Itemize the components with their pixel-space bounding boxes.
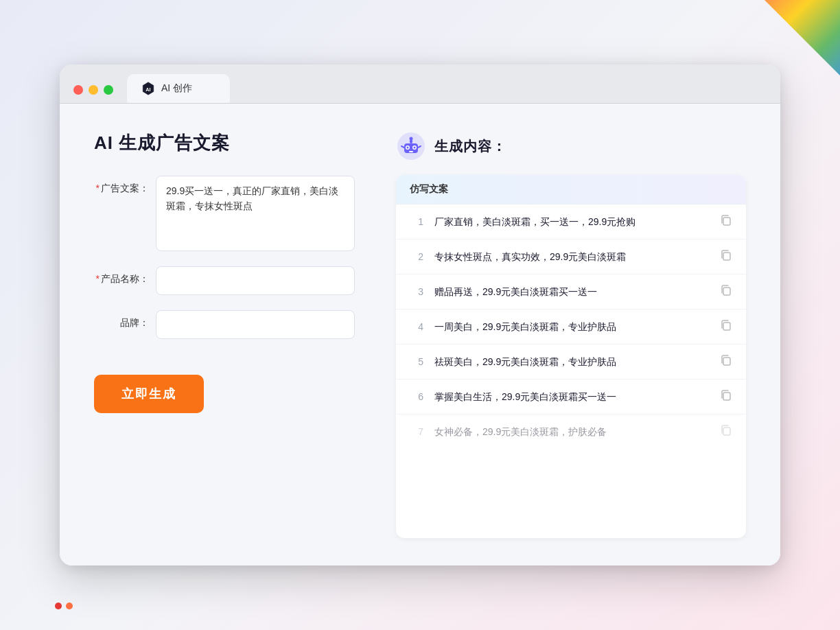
form-group-ad-copy: *广告文案： 29.9买一送一，真正的厂家直销，美白淡斑霜，专抹女性斑点	[94, 176, 355, 251]
copy-icon[interactable]	[720, 319, 732, 334]
svg-rect-16	[723, 358, 730, 365]
copy-icon[interactable]	[720, 354, 732, 369]
result-number: 1	[410, 216, 423, 227]
copy-icon[interactable]	[720, 424, 732, 439]
result-text: 专抹女性斑点，真实功效，29.9元美白淡斑霜	[434, 250, 709, 264]
result-number: 2	[410, 251, 423, 262]
copy-icon[interactable]	[720, 284, 732, 299]
result-item: 1厂家直销，美白淡斑霜，买一送一，29.9元抢购	[396, 205, 746, 240]
browser-content: AI 生成广告文案 *广告文案： 29.9买一送一，真正的厂家直销，美白淡斑霜，…	[60, 104, 780, 565]
ai-tab-icon: AI	[141, 81, 156, 96]
close-button[interactable]	[73, 85, 83, 95]
result-container: 仿写文案 1厂家直销，美白淡斑霜，买一送一，29.9元抢购 2专抹女性斑点，真实…	[396, 175, 746, 538]
svg-point-9	[410, 137, 413, 141]
result-number: 7	[410, 426, 423, 437]
result-text: 掌握美白生活，29.9元美白淡斑霜买一送一	[434, 390, 709, 404]
result-item: 7女神必备，29.9元美白淡斑霜，护肤必备	[396, 415, 746, 449]
right-panel-title: 生成内容：	[434, 137, 506, 156]
svg-rect-17	[723, 393, 730, 400]
svg-rect-18	[723, 428, 730, 435]
tab-label: AI 创作	[161, 82, 192, 95]
result-header: 仿写文案	[396, 175, 746, 205]
browser-chrome: AI AI 创作	[60, 65, 780, 104]
required-mark-2: *	[96, 273, 100, 284]
result-number: 4	[410, 321, 423, 332]
svg-rect-7	[409, 151, 413, 152]
result-list: 1厂家直销，美白淡斑霜，买一送一，29.9元抢购 2专抹女性斑点，真实功效，29…	[396, 205, 746, 449]
result-item: 2专抹女性斑点，真实功效，29.9元美白淡斑霜	[396, 240, 746, 275]
window-controls	[73, 85, 113, 95]
minimize-button[interactable]	[89, 85, 98, 95]
dot-orange	[66, 603, 73, 609]
page-title: AI 生成广告文案	[94, 131, 355, 155]
result-number: 6	[410, 391, 423, 402]
svg-point-5	[407, 147, 409, 149]
copy-icon[interactable]	[720, 249, 732, 264]
generate-button[interactable]: 立即生成	[94, 375, 204, 413]
ad-copy-textarea[interactable]: 29.9买一送一，真正的厂家直销，美白淡斑霜，专抹女性斑点	[156, 176, 355, 251]
dot-red	[55, 603, 62, 609]
copy-icon[interactable]	[720, 389, 732, 404]
svg-rect-14	[723, 288, 730, 295]
form-group-product-name: *产品名称： 美白淡斑霜	[94, 266, 355, 295]
browser-window: AI AI 创作 AI 生成广告文案 *广告文案： 29.9买一送一，真正的厂家…	[60, 65, 780, 565]
result-item: 3赠品再送，29.9元美白淡斑霜买一送一	[396, 275, 746, 310]
result-text: 赠品再送，29.9元美白淡斑霜买一送一	[434, 285, 709, 299]
svg-point-6	[414, 147, 416, 149]
ad-copy-label: *广告文案：	[94, 176, 149, 195]
form-group-brand: 品牌： 好白	[94, 310, 355, 339]
result-item: 4一周美白，29.9元美白淡斑霜，专业护肤品	[396, 310, 746, 345]
result-item: 5祛斑美白，29.9元美白淡斑霜，专业护肤品	[396, 345, 746, 380]
product-name-input[interactable]: 美白淡斑霜	[156, 266, 355, 295]
result-text: 厂家直销，美白淡斑霜，买一送一，29.9元抢购	[434, 215, 709, 229]
required-mark-1: *	[96, 183, 100, 194]
svg-rect-12	[723, 218, 730, 225]
brand-label: 品牌：	[94, 310, 149, 329]
result-text: 一周美白，29.9元美白淡斑霜，专业护肤品	[434, 320, 709, 334]
result-text: 祛斑美白，29.9元美白淡斑霜，专业护肤品	[434, 355, 709, 369]
result-number: 5	[410, 356, 423, 367]
product-name-label: *产品名称：	[94, 266, 149, 285]
svg-rect-15	[723, 323, 730, 330]
result-item: 6掌握美白生活，29.9元美白淡斑霜买一送一	[396, 380, 746, 415]
svg-text:AI: AI	[145, 86, 150, 93]
copy-icon[interactable]	[720, 214, 732, 229]
result-text: 女神必备，29.9元美白淡斑霜，护肤必备	[434, 425, 709, 439]
result-number: 3	[410, 286, 423, 297]
decorative-dots	[55, 603, 73, 609]
right-header: 生成内容：	[396, 131, 746, 161]
left-panel: AI 生成广告文案 *广告文案： 29.9买一送一，真正的厂家直销，美白淡斑霜，…	[94, 131, 355, 538]
svg-rect-13	[723, 253, 730, 260]
browser-tab[interactable]: AI AI 创作	[127, 74, 230, 103]
right-panel: 生成内容： 仿写文案 1厂家直销，美白淡斑霜，买一送一，29.9元抢购 2专抹女…	[396, 131, 746, 538]
maximize-button[interactable]	[104, 85, 113, 95]
robot-icon	[396, 131, 426, 161]
brand-input[interactable]: 好白	[156, 310, 355, 339]
